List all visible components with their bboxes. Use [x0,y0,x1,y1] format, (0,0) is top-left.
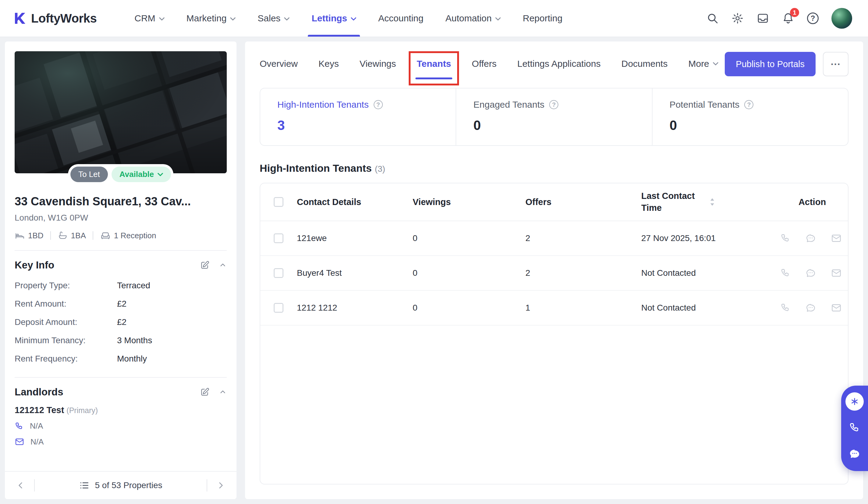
key-info-row: Rent Frequency: Monthly [14,350,227,368]
chevron-up-icon[interactable] [219,261,227,269]
divider [207,479,207,492]
kv-label: Property Type: [14,281,117,291]
chat-widget-icon[interactable] [846,445,864,463]
nav-item-automation[interactable]: Automation [434,0,512,37]
row-checkbox[interactable] [274,303,283,313]
tab-more[interactable]: More [688,49,718,79]
tab-bar: Overview Keys Viewings Tenants Offers Le… [260,49,719,79]
chevron-down-icon [230,17,236,21]
bath-icon [58,230,68,241]
edit-icon[interactable] [200,260,210,270]
divider [14,377,227,378]
top-navbar: LoftyWorks CRM Marketing Sales Lettings … [0,0,868,37]
tab-label: Viewings [360,59,396,69]
nav-item-lettings[interactable]: Lettings [300,0,367,37]
call-widget-icon[interactable] [846,419,864,437]
kv-label: Rent Amount: [14,299,117,309]
column-header-last-contact[interactable]: Last Contact Time [641,190,780,214]
chevron-up-icon[interactable] [219,388,227,396]
section-title-text: High-Intention Tenants [260,162,372,174]
tab-label: Tenants [417,59,451,69]
call-icon[interactable] [780,303,790,313]
nav-item-marketing[interactable]: Marketing [176,0,247,37]
tab-documents[interactable]: Documents [621,49,668,79]
user-avatar[interactable] [831,8,852,29]
tabs-row: Overview Keys Viewings Tenants Offers Le… [260,49,848,79]
chevron-down-icon [157,173,163,177]
help-icon[interactable]: ? [374,100,383,109]
kv-label: Deposit Amount: [14,317,117,327]
message-icon[interactable] [805,268,816,279]
intercom-icon[interactable] [846,392,864,411]
last-contact-time: Not Contacted [641,303,780,313]
top-actions: Publish to Portals ... [725,52,848,76]
nav-item-reporting[interactable]: Reporting [512,0,573,37]
tab-offers[interactable]: Offers [472,49,496,79]
stat-value: 0 [473,118,634,133]
tenant-row[interactable]: 121ewe 0 2 27 Nov 2025, 16:01 [260,221,848,256]
chevron-right-icon [216,481,226,490]
stat-label: Engaged Tenants [473,100,544,110]
call-icon[interactable] [780,268,790,278]
edit-icon[interactable] [200,387,210,397]
help-icon[interactable]: ? [744,100,753,109]
sort-icon[interactable] [710,198,715,206]
tenant-row[interactable]: Buyer4 Test 0 2 Not Contacted [260,256,848,291]
help-icon[interactable]: ? [549,100,558,109]
viewings-count: 0 [413,233,525,243]
message-icon[interactable] [805,233,816,244]
call-icon[interactable] [780,233,790,243]
nav-item-sales[interactable]: Sales [247,0,300,37]
message-icon[interactable] [805,302,816,313]
kv-value: Terraced [117,281,150,291]
landlord-primary-tag: (Primary) [66,406,98,415]
loftyworks-logo-icon [12,11,27,26]
availability-badge[interactable]: Available [112,167,171,182]
bell-icon[interactable]: 1 [782,12,794,24]
property-detail-panel: Overview Keys Viewings Tenants Offers Le… [245,41,863,499]
email-icon[interactable] [831,268,842,279]
amenity-reception: 1 Reception [100,230,156,241]
amenity-label: 1 Reception [114,231,156,240]
tab-viewings[interactable]: Viewings [360,49,396,79]
tab-overview[interactable]: Overview [260,49,298,79]
nav-item-crm[interactable]: CRM [123,0,175,37]
chevron-down-icon [351,17,356,21]
select-all-checkbox[interactable] [274,197,283,207]
contact-name[interactable]: 121ewe [297,233,413,243]
email-icon[interactable] [831,233,842,244]
inbox-icon[interactable] [756,12,769,25]
key-info-row: Property Type: Terraced [14,276,227,295]
email-icon[interactable] [831,302,842,313]
section-count: (3) [375,164,385,174]
amenities-row: 1BD 1BA 1 Reception [14,230,227,241]
tab-lettings-applications[interactable]: Lettings Applications [517,49,601,79]
nav-item-accounting[interactable]: Accounting [367,0,434,37]
help-icon[interactable]: ? [807,12,819,24]
brand-logo[interactable]: LoftyWorks [12,11,96,26]
key-info-title: Key Info [14,259,54,271]
main-nav: CRM Marketing Sales Lettings Accounting … [123,0,573,37]
tab-tenants[interactable]: Tenants [417,49,451,79]
tab-label: Offers [472,59,496,69]
next-property-button[interactable] [213,478,228,493]
gear-icon[interactable] [732,12,744,24]
contact-name[interactable]: Buyer4 Test [297,268,413,278]
row-checkbox[interactable] [274,233,283,243]
nav-label: Automation [445,13,492,23]
contact-name[interactable]: 1212 1212 [297,303,413,313]
tenant-row[interactable]: 1212 1212 0 1 Not Contacted [260,291,848,325]
publish-to-portals-button[interactable]: Publish to Portals [725,52,816,76]
row-checkbox[interactable] [274,268,283,278]
prev-property-button[interactable] [13,478,28,493]
landlord-phone-row: N/A [14,421,227,431]
kv-value: £2 [117,299,126,309]
more-options-button[interactable]: ... [823,52,848,76]
nav-label: CRM [134,13,155,23]
tab-keys[interactable]: Keys [319,49,339,79]
divider [50,231,51,240]
column-header-contact: Contact Details [297,197,413,207]
divider [34,479,35,492]
search-icon[interactable] [706,12,719,24]
pagination-status[interactable]: 5 of 53 Properties [41,480,200,491]
